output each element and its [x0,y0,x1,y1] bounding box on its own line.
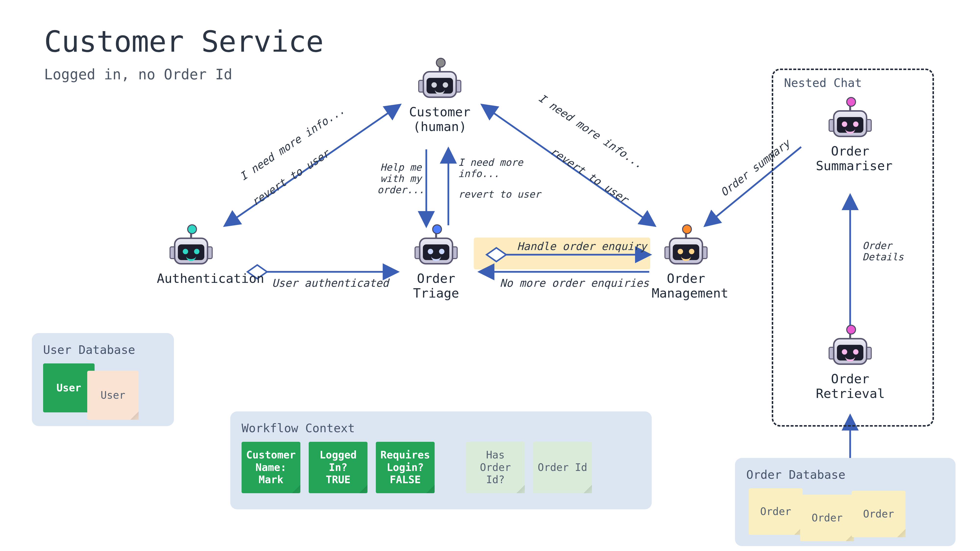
note-user-active: User [43,364,95,412]
note-user: User [87,371,139,420]
robot-icon [664,225,708,267]
edge-label: I need more info... [458,157,523,179]
agent-label: Order Triage [402,272,470,301]
edge-label: No more order enquiries [500,277,649,289]
edge-label: User authenticated [272,277,389,289]
panel-workflow-context: Workflow Context Customer Name: MarkLogg… [230,411,652,510]
edge-label: Order Details [862,240,904,262]
workflow-note: Logged In? TRUE [309,442,368,493]
panel-title: User Database [43,343,163,357]
agent-authentication: Authentication [157,225,225,286]
agent-label: Order Management [652,272,720,301]
workflow-notes-row: Customer Name: MarkLogged In? TRUERequir… [242,442,640,493]
workflow-note: Requires Login? FALSE [376,442,434,493]
workflow-note: Has Order Id? [466,442,525,493]
edge-label: Help me with my order... [377,162,425,195]
page-subtitle: Logged in, no Order Id [44,66,232,83]
diagram-canvas: Customer Service Logged in, no Order Id [0,0,980,551]
agent-order-triage: Order Triage [402,225,470,301]
panel-title-nested-chat: Nested Chat [784,76,862,90]
robot-icon [169,225,213,267]
edge-label: Handle order enquiry [517,240,647,252]
robot-icon [414,225,458,267]
panel-title: Workflow Context [242,421,640,435]
note-order: Order [749,488,803,535]
note-order: Order [852,491,905,537]
panel-title: Order Database [746,468,944,481]
panel-nested-chat [772,68,934,427]
agent-customer: Customer (human) [406,59,474,134]
note-order: Order [800,495,854,541]
panel-user-database: User Database User User [32,333,174,426]
workflow-note: Customer Name: Mark [242,442,301,493]
page-title: Customer Service [44,24,323,59]
agent-order-management: Order Management [652,225,720,301]
robot-icon [418,59,462,100]
edge-label: revert to user [458,189,541,200]
workflow-note: Order Id [533,442,592,493]
agent-label: Authentication [157,272,225,286]
panel-order-database: Order Database Order Order Order [735,458,956,546]
edge-label: I need more info... [536,92,646,171]
agent-label: Customer (human) [406,105,474,134]
